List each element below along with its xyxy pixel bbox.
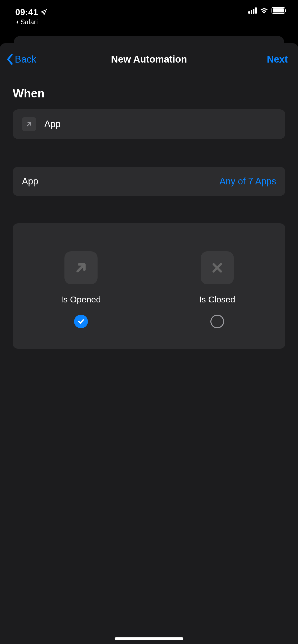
back-to-app[interactable]: Safari (15, 18, 47, 26)
trigger-type-label: App (44, 119, 61, 129)
battery-icon (272, 7, 285, 14)
location-arrow-icon (40, 9, 47, 16)
x-close-icon (201, 251, 234, 284)
home-indicator[interactable] (115, 637, 183, 640)
option-opened-label: Is Opened (61, 295, 101, 304)
time-text: 09:41 (15, 7, 38, 17)
page-title: New Automation (111, 54, 187, 65)
trigger-options-card: Is Opened Is Closed (13, 223, 285, 349)
chevron-left-icon (7, 54, 13, 65)
app-selector-cell[interactable]: App Any of 7 Apps (13, 167, 285, 196)
arrow-up-right-icon (64, 251, 98, 284)
app-selector-label: App (22, 176, 38, 187)
option-closed-label: Is Closed (199, 295, 235, 304)
checkmark-selected-icon (74, 315, 88, 328)
modal-sheet: Back New Automation Next When App App An… (0, 43, 298, 644)
app-open-icon (22, 117, 36, 131)
back-button[interactable]: Back (7, 54, 36, 65)
status-indicators (248, 7, 285, 14)
back-label: Back (15, 54, 36, 65)
navigation-bar: Back New Automation Next (0, 43, 298, 69)
option-is-closed[interactable]: Is Closed (149, 251, 285, 328)
cellular-signal-icon (248, 7, 257, 14)
next-button[interactable]: Next (267, 54, 288, 65)
status-bar: 09:41 Safari (0, 0, 298, 25)
trigger-type-cell: App (13, 109, 285, 139)
circle-unselected-icon (210, 315, 224, 328)
back-app-label: Safari (20, 18, 38, 26)
status-time: 09:41 (15, 7, 47, 17)
section-header: When (13, 86, 285, 100)
app-selector-value: Any of 7 Apps (220, 176, 276, 187)
option-is-opened[interactable]: Is Opened (13, 251, 149, 328)
back-caret-icon (15, 20, 19, 25)
wifi-icon (260, 7, 268, 14)
